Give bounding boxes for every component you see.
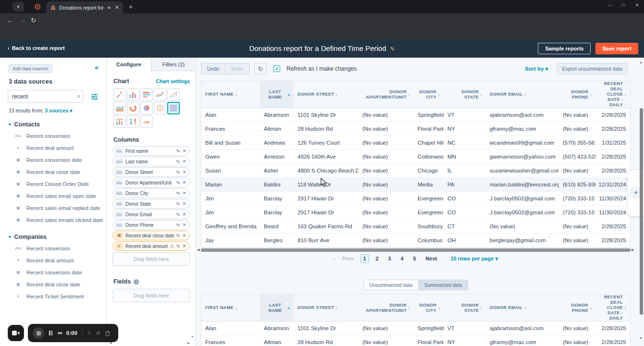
vscroll-up-icon[interactable]: ▲: [639, 61, 643, 64]
page-number[interactable]: 4: [398, 254, 407, 263]
sort-icon[interactable]: ▴▾: [235, 306, 237, 310]
edit-column-icon[interactable]: ✎: [176, 180, 180, 185]
column-pill[interactable]: Abc Last name ⚠ ✎ ×: [112, 157, 190, 166]
chart-type-area-button[interactable]: [113, 102, 126, 114]
refresh-button[interactable]: ↻: [254, 63, 267, 74]
field-list-item[interactable]: ▦ Recent conversion date: [0, 266, 106, 278]
summarized-data-button[interactable]: Summarized data: [419, 280, 468, 290]
sample-reports-button[interactable]: Sample reports: [538, 43, 591, 54]
page-number[interactable]: 5: [410, 254, 419, 263]
header-donor-state[interactable]: DONOR STATE▴▾: [444, 295, 486, 321]
save-report-button[interactable]: Save report: [595, 43, 638, 54]
header-donor-city[interactable]: DONOR CITY▴▾: [414, 81, 444, 108]
table-row[interactable]: Jim Barclay 2917 Hiwan Dr (No value) Eve…: [201, 192, 630, 206]
chart-type-pie-button[interactable]: [140, 102, 153, 114]
remove-column-icon[interactable]: ×: [183, 148, 186, 154]
sort-icon[interactable]: ▴▾: [524, 306, 526, 310]
sort-icon[interactable]: ▴▾: [336, 306, 337, 310]
chart-type-bar-button[interactable]: [140, 88, 153, 101]
panel-scroll-right-icon[interactable]: ▶: [187, 341, 190, 345]
stop-recording-button[interactable]: [33, 327, 44, 339]
header-first-name[interactable]: FIRST NAME▴▾: [201, 295, 260, 321]
sources-dropdown[interactable]: 3 sources ▾: [45, 108, 72, 113]
chart-type-line-button[interactable]: [154, 88, 166, 101]
table-row[interactable]: Jay Bergles 810 Burr Ave (No value) Colu…: [201, 234, 630, 247]
grid-options-icon[interactable]: ⠿: [87, 331, 91, 336]
remove-column-icon[interactable]: ×: [183, 169, 186, 175]
header-donor-email[interactable]: DONOR EMAIL▴▾: [486, 295, 559, 321]
sort-by-dropdown[interactable]: Sort by ▾: [525, 65, 548, 72]
sort-icon[interactable]: ▴▾: [409, 93, 410, 97]
sort-icon[interactable]: ▴▾: [524, 93, 526, 97]
sort-icon[interactable]: ▴▾: [625, 93, 626, 97]
header-recent-deal-close-date[interactable]: RECENT DEAL CLOSE DATE - DAILY▴▾: [595, 81, 630, 108]
table-row[interactable]: Bill and Susan Andrews 126 Turvey Court …: [201, 136, 630, 150]
edit-column-icon[interactable]: ✎: [176, 191, 180, 196]
field-list-item[interactable]: ▦ Recent sales emails clicked date: [0, 214, 106, 226]
window-maximize-button[interactable]: □: [622, 2, 625, 8]
page-number[interactable]: 1: [360, 254, 369, 263]
redo-button[interactable]: Redo: [225, 63, 249, 74]
header-donor-email[interactable]: DONOR EMAIL▴▾: [486, 81, 559, 108]
collapse-sidebar-icon[interactable]: «: [95, 63, 99, 71]
tab-search-button[interactable]: ▾: [12, 2, 24, 12]
field-list-item[interactable]: ▦ Recent sales email open date: [0, 190, 106, 202]
table-row[interactable]: Frances Altman 28 Hudson Rd (No value) F…: [201, 122, 630, 136]
window-minimize-button[interactable]: –: [608, 2, 611, 8]
header-donor-phone[interactable]: DONOR PHONE▴▾: [559, 81, 595, 108]
sort-icon[interactable]: ▴▾: [438, 93, 440, 97]
browser-tab[interactable]: Donations report for a Defi ✕: [46, 1, 123, 13]
header-donor-apartment[interactable]: DONOR APARTMENT/UNIT▴▾: [359, 295, 414, 321]
header-donor-phone[interactable]: DONOR PHONE▴▾: [559, 295, 595, 321]
edit-column-icon[interactable]: ✎: [176, 212, 180, 217]
fields-drop-zone[interactable]: Drag fields here: [112, 289, 190, 302]
header-donor-city[interactable]: DONOR CITY▴▾: [414, 295, 444, 321]
header-first-name[interactable]: FIRST NAME▴▾: [201, 81, 260, 108]
tab-audio-icon[interactable]: [107, 5, 112, 10]
tab-close-icon[interactable]: ✕: [115, 4, 119, 11]
header-donor-apartment[interactable]: DONOR APARTMENT/UNIT▴▾: [359, 81, 414, 108]
sidebar-section-companies[interactable]: ▾ Companies: [9, 234, 98, 240]
table-row[interactable]: Alan Abramson 1101 Skyline Dr (No value)…: [201, 321, 630, 335]
table-row[interactable]: Gwen Arneson 4926 160th Ave (No value) C…: [201, 150, 630, 164]
sort-icon[interactable]: ▴▾: [235, 93, 237, 97]
edit-column-icon[interactable]: ✎: [176, 170, 180, 175]
column-pill[interactable]: Abc Donor Phone ⚠ ✎ ×: [112, 220, 190, 230]
edit-column-icon[interactable]: ✎: [176, 159, 180, 164]
next-button[interactable]: Next: [426, 256, 437, 261]
header-donor-state[interactable]: DONOR STATE▴▾: [444, 81, 486, 108]
table-row[interactable]: Geoffrey and Brenda Beard 163 Quaker Far…: [201, 220, 630, 234]
column-pill[interactable]: Abc First name ⚠ ✎ ×: [112, 146, 190, 156]
window-close-button[interactable]: ✕: [635, 2, 639, 8]
header-donor-street[interactable]: DONOR STREET▴▾: [294, 295, 359, 321]
prev-button[interactable]: Prev: [342, 256, 354, 261]
vscroll-down-icon[interactable]: ▼: [639, 336, 643, 340]
remove-column-icon[interactable]: ×: [183, 232, 186, 239]
remove-column-icon[interactable]: ×: [183, 179, 186, 186]
chart-type-donut-button[interactable]: [127, 102, 139, 114]
table-row[interactable]: Marian Baldini 118 Walter Dr (No value) …: [201, 178, 630, 192]
camera-button[interactable]: [8, 325, 24, 341]
export-unsummarized-button[interactable]: Export unsummarized data: [557, 63, 628, 74]
column-pill[interactable]: Abc Donor Apartment/Unit ⚠ ✎ ×: [112, 178, 190, 187]
sidebar-section-contacts[interactable]: ▾ Contacts: [9, 121, 98, 128]
edit-title-icon[interactable]: ✎: [390, 46, 395, 52]
field-list-item[interactable]: ▦ Recent deal close date: [0, 278, 106, 290]
remove-column-icon[interactable]: ×: [183, 243, 186, 249]
hscroll-right-icon[interactable]: ▶: [632, 248, 634, 252]
field-search-input[interactable]: [8, 90, 84, 103]
clear-search-icon[interactable]: ×: [77, 93, 81, 100]
remove-column-icon[interactable]: ×: [183, 200, 186, 207]
browser-back-button[interactable]: ←: [7, 17, 13, 24]
field-list-item[interactable]: ▦ Recent deal close date: [0, 166, 106, 178]
chart-type-kpi-button[interactable]: 1: [154, 102, 166, 114]
sort-icon[interactable]: ▴▾: [590, 93, 592, 97]
rows-per-page-dropdown[interactable]: 10 rows per page ▾: [450, 256, 497, 262]
page-number[interactable]: 3: [385, 254, 394, 263]
refresh-checkbox[interactable]: ✓: [273, 65, 280, 72]
table-row[interactable]: Frances Altman 28 Hudson Rd (No value) F…: [201, 335, 630, 346]
header-last-name[interactable]: LAST NAME▴: [260, 81, 294, 108]
hscroll-left-icon[interactable]: ◀: [197, 248, 199, 252]
tab-configure[interactable]: Configure: [107, 58, 151, 71]
column-pill[interactable]: Abc Donor Street ⚠ ✎ ×: [112, 167, 190, 177]
